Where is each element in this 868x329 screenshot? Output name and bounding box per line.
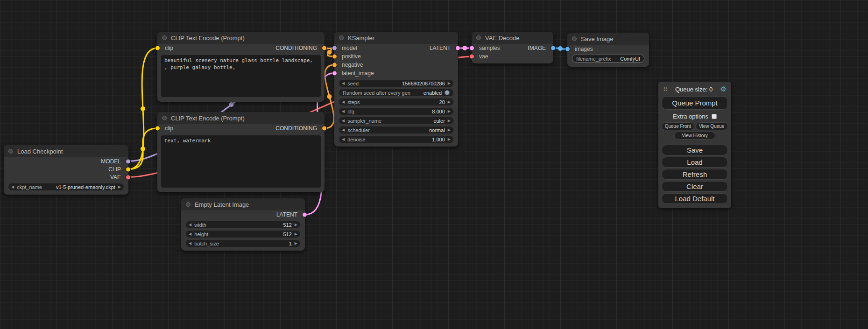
collapse-dot-icon[interactable] xyxy=(186,202,191,207)
denoise-widget[interactable]: ◀ denoise 1.000 ▶ xyxy=(339,136,453,143)
collapse-dot-icon[interactable] xyxy=(476,35,481,40)
decrement-arrow-icon[interactable]: ◀ xyxy=(339,82,347,85)
decrement-arrow-icon[interactable]: ◀ xyxy=(339,100,347,104)
input-label-clip: clip xyxy=(165,45,173,51)
node-vae-decode[interactable]: VAE Decode samples IMAGE vae xyxy=(472,32,553,63)
decrement-arrow-icon[interactable]: ◀ xyxy=(186,232,194,236)
collapse-dot-icon[interactable] xyxy=(572,36,577,41)
random-seed-toggle-widget[interactable]: Random seed after every gen enabled xyxy=(339,89,453,96)
increment-arrow-icon[interactable]: ▶ xyxy=(445,128,453,132)
input-slot-clip[interactable] xyxy=(155,46,160,50)
toggle-knob-icon[interactable] xyxy=(445,90,450,95)
increment-arrow-icon[interactable]: ▶ xyxy=(445,82,453,85)
increment-arrow-icon[interactable]: ▶ xyxy=(292,223,300,227)
node-title: Load Checkpoint xyxy=(17,148,63,155)
link-conditioning-positive-midpoint xyxy=(327,50,332,55)
queue-prompt-button[interactable]: Queue Prompt xyxy=(662,96,728,110)
increment-arrow-icon[interactable]: ▶ xyxy=(445,100,453,104)
input-slot-positive[interactable] xyxy=(332,55,337,59)
cfg-widget[interactable]: ◀ cfg 8.000 ▶ xyxy=(339,108,453,115)
negative-prompt-textarea[interactable]: text, watermark xyxy=(161,135,321,188)
increment-arrow-icon[interactable]: ▶ xyxy=(115,185,124,189)
increment-arrow-icon[interactable]: ▶ xyxy=(445,119,453,123)
decrement-arrow-icon[interactable]: ◀ xyxy=(186,223,194,227)
output-slot-model[interactable] xyxy=(126,159,130,163)
widget-value: 156680208700286 xyxy=(402,81,445,86)
input-slot-images[interactable] xyxy=(565,47,570,51)
view-history-button[interactable]: View History xyxy=(674,132,715,140)
decrement-arrow-icon[interactable]: ◀ xyxy=(339,128,347,132)
widget-label: steps xyxy=(347,99,360,105)
decrement-arrow-icon[interactable]: ◀ xyxy=(8,185,17,189)
node-clip-text-encode-positive[interactable]: CLIP Text Encode (Prompt) clip CONDITION… xyxy=(157,32,325,102)
positive-prompt-textarea[interactable]: beautiful scenery nature glass bottle la… xyxy=(161,55,321,97)
seed-widget[interactable]: ◀ seed 156680208700286 ▶ xyxy=(339,80,453,87)
node-ksampler[interactable]: KSampler model LATENT positive negative … xyxy=(334,32,458,147)
load-button[interactable]: Load xyxy=(662,157,728,168)
node-save-image[interactable]: Save Image images filename_prefix ComfyU… xyxy=(567,33,649,67)
menu-drag-handle-icon[interactable]: ⠿ xyxy=(663,86,668,93)
input-slot-latent-image[interactable] xyxy=(332,71,337,76)
collapse-dot-icon[interactable] xyxy=(8,149,13,154)
input-slot-negative[interactable] xyxy=(332,63,337,67)
increment-arrow-icon[interactable]: ▶ xyxy=(292,242,300,245)
widget-label: cfg xyxy=(347,109,354,114)
output-slot-conditioning[interactable] xyxy=(322,126,326,131)
increment-arrow-icon[interactable]: ▶ xyxy=(445,110,453,113)
link-images-midpoint xyxy=(558,46,563,51)
node-title-bar[interactable]: VAE Decode xyxy=(472,32,553,44)
node-title-bar[interactable]: Load Checkpoint xyxy=(4,145,128,157)
output-slot-image[interactable] xyxy=(551,46,555,50)
scheduler-widget[interactable]: ◀ scheduler normal ▶ xyxy=(339,126,453,133)
decrement-arrow-icon[interactable]: ◀ xyxy=(339,110,347,113)
decrement-arrow-icon[interactable]: ◀ xyxy=(339,119,347,123)
output-slot-conditioning[interactable] xyxy=(322,46,326,50)
input-slot-model[interactable] xyxy=(332,46,337,50)
settings-gear-icon[interactable]: ⚙ xyxy=(720,85,727,93)
output-slot-latent[interactable] xyxy=(303,213,307,217)
queue-front-button[interactable]: Queue Front xyxy=(662,122,694,130)
filename-prefix-widget[interactable]: filename_prefix ComfyUI xyxy=(572,55,644,63)
node-canvas[interactable]: Load Checkpoint MODEL CLIP VAE ◀ ckpt_na… xyxy=(0,0,868,329)
widget-value: enabled xyxy=(423,90,442,96)
node-load-checkpoint[interactable]: Load Checkpoint MODEL CLIP VAE ◀ ckpt_na… xyxy=(4,145,128,195)
width-widget[interactable]: ◀ width 512 ▶ xyxy=(186,221,300,228)
output-label-vae: VAE xyxy=(110,174,121,181)
node-title-bar[interactable]: KSampler xyxy=(334,32,458,44)
input-label-negative: negative xyxy=(342,62,363,68)
refresh-button[interactable]: Refresh xyxy=(662,169,728,180)
input-slot-clip[interactable] xyxy=(155,126,160,131)
input-slot-samples[interactable] xyxy=(470,46,474,50)
node-title-bar[interactable]: CLIP Text Encode (Prompt) xyxy=(157,32,325,44)
node-empty-latent-image[interactable]: Empty Latent Image LATENT ◀ width 512 ▶ … xyxy=(181,198,305,251)
node-title-bar[interactable]: Empty Latent Image xyxy=(181,198,305,210)
increment-arrow-icon[interactable]: ▶ xyxy=(292,232,300,236)
collapse-dot-icon[interactable] xyxy=(339,35,344,40)
input-label-vae: vae xyxy=(479,53,488,60)
ckpt-name-widget[interactable]: ◀ ckpt_name v1-5-pruned-emaonly.ckpt ▶ xyxy=(8,183,124,190)
steps-widget[interactable]: ◀ steps 20 ▶ xyxy=(339,98,453,105)
input-slot-vae[interactable] xyxy=(470,55,474,59)
widget-label: seed xyxy=(347,81,359,86)
output-slot-latent[interactable] xyxy=(456,46,460,50)
batch-size-widget[interactable]: ◀ batch_size 1 ▶ xyxy=(186,240,300,247)
decrement-arrow-icon[interactable]: ◀ xyxy=(339,138,347,141)
collapse-dot-icon[interactable] xyxy=(162,116,167,120)
node-title-bar[interactable]: Save Image xyxy=(567,33,649,45)
sampler-name-widget[interactable]: ◀ sampler_name euler ▶ xyxy=(339,117,453,124)
collapse-dot-icon[interactable] xyxy=(162,35,167,40)
load-default-button[interactable]: Load Default xyxy=(662,193,728,204)
view-queue-button[interactable]: View Queue xyxy=(696,122,728,130)
clear-button[interactable]: Clear xyxy=(662,181,728,192)
extra-options-checkbox[interactable] xyxy=(712,114,717,119)
output-slot-vae[interactable] xyxy=(126,175,130,179)
save-button[interactable]: Save xyxy=(662,145,728,155)
output-slot-clip[interactable] xyxy=(126,167,130,171)
height-widget[interactable]: ◀ height 512 ▶ xyxy=(186,231,300,238)
output-row-model: MODEL xyxy=(4,157,128,165)
node-clip-text-encode-negative[interactable]: CLIP Text Encode (Prompt) clip CONDITION… xyxy=(157,112,325,192)
decrement-arrow-icon[interactable]: ◀ xyxy=(186,242,194,245)
increment-arrow-icon[interactable]: ▶ xyxy=(445,138,453,141)
node-title-bar[interactable]: CLIP Text Encode (Prompt) xyxy=(157,112,325,124)
input-label-positive: positive xyxy=(342,53,361,60)
